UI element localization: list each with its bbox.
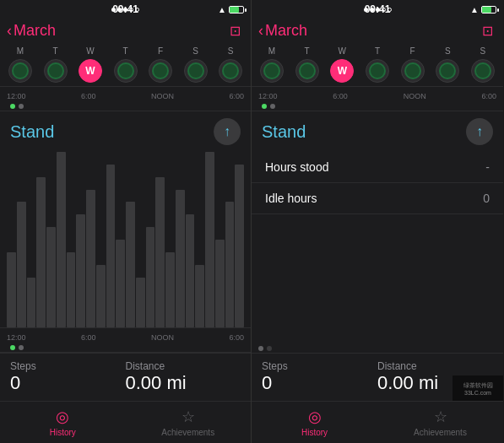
chart-bar: [116, 240, 125, 327]
left-chart-tl-3: NOON: [151, 333, 174, 342]
left-day-circle-fri[interactable]: [149, 59, 172, 83]
right-day-label-f: F: [401, 46, 425, 56]
left-day-label-f: F: [149, 46, 172, 56]
left-steps-stat: Steps 0: [10, 360, 126, 394]
right-status-bar: 09:41 ▲: [252, 0, 503, 19]
right-timeline-labels: 12:00 6:00 NOON 6:00: [258, 92, 496, 100]
left-day-inner-tue: [47, 62, 64, 79]
right-day-inner-thu: [369, 62, 386, 79]
left-distance-stat: Distance 0.00 mi: [126, 360, 241, 394]
chart-bar: [155, 177, 165, 327]
watermark-text: 绿茶软件园33LC.com: [463, 381, 493, 396]
right-achievements-icon: ☆: [434, 408, 447, 426]
left-day-circle-sun[interactable]: [219, 59, 242, 83]
watermark: 绿茶软件园33LC.com: [453, 375, 503, 401]
chart-bar: [27, 278, 36, 327]
left-chart-dot-gray: [19, 345, 24, 350]
right-stand-up-button[interactable]: ↑: [466, 118, 493, 145]
right-history-icon: ◎: [308, 408, 322, 426]
chart-bar: [146, 227, 155, 327]
right-day-labels: M T W T F S S: [258, 46, 496, 56]
right-achievements-label: Achievements: [414, 428, 467, 437]
left-achievements-icon: ☆: [182, 408, 195, 426]
right-day-circle-sun[interactable]: [471, 59, 495, 83]
left-stand-up-button[interactable]: ↑: [214, 118, 241, 145]
left-back-chevron-icon: ‹: [7, 22, 12, 40]
right-day-inner-fri: [404, 62, 421, 79]
chart-bar: [36, 177, 46, 327]
left-chart-tl-labels: 12:00 6:00 NOON 6:00: [7, 333, 244, 342]
left-day-label-t1: T: [44, 46, 68, 56]
left-up-arrow-icon: ↑: [224, 124, 230, 139]
left-achievements-label: Achievements: [161, 428, 214, 437]
chart-bar: [176, 190, 185, 327]
right-day-circle-tue[interactable]: [295, 59, 319, 83]
left-history-label: History: [50, 428, 76, 437]
chart-bar: [235, 165, 244, 327]
left-header: ‹ March ⊡: [0, 19, 251, 43]
left-day-letter-wed: W: [85, 65, 95, 77]
right-day-circle-mon[interactable]: [260, 59, 284, 83]
right-steps-label: Steps: [262, 360, 377, 372]
right-day-label-t1: T: [295, 46, 319, 56]
left-tab-history[interactable]: ◎ History: [0, 408, 126, 437]
chart-bar: [57, 152, 66, 327]
chart-bar: [67, 252, 76, 327]
left-chart-tl-1: 12:00: [7, 333, 26, 342]
right-calendar-icon[interactable]: ⊡: [482, 23, 493, 39]
right-steps-stat: Steps 0: [262, 360, 377, 394]
right-back-button[interactable]: ‹ March: [258, 22, 307, 40]
left-day-label-s2: S: [219, 46, 242, 56]
left-day-circle-sat[interactable]: [184, 59, 208, 83]
right-day-label-s1: S: [436, 46, 459, 56]
left-tab-bar: ◎ History ☆ Achievements: [0, 401, 251, 443]
right-hours-stood-row: Hours stood -: [252, 152, 503, 183]
right-tab-history[interactable]: ◎ History: [252, 408, 377, 437]
chart-bar: [76, 214, 85, 327]
right-day-circles: W: [258, 59, 496, 83]
left-day-inner-mon: [12, 62, 29, 79]
left-day-circle-wed[interactable]: W: [79, 59, 102, 83]
left-day-circle-mon[interactable]: [8, 59, 32, 83]
chart-bar: [86, 190, 95, 327]
right-wifi-icon: ▲: [470, 5, 479, 14]
right-tl-label-3: NOON: [404, 92, 426, 100]
right-day-circle-fri[interactable]: [401, 59, 425, 83]
chart-bar: [136, 278, 145, 327]
right-day-circle-thu[interactable]: [366, 59, 389, 83]
left-timeline-dots: [7, 104, 244, 109]
left-tab-achievements[interactable]: ☆ Achievements: [126, 408, 252, 437]
left-steps-label: Steps: [10, 360, 126, 372]
left-calendar-icon[interactable]: ⊡: [230, 23, 241, 39]
right-day-circle-wed[interactable]: W: [330, 59, 354, 83]
left-stand-title: Stand: [10, 122, 54, 142]
left-chart-area: [0, 152, 251, 327]
right-header: ‹ March ⊡: [252, 19, 503, 43]
left-back-button[interactable]: ‹ March: [7, 22, 56, 40]
left-day-inner-thu: [117, 62, 134, 79]
right-tl-label-4: 6:00: [481, 92, 496, 100]
left-day-circle-thu[interactable]: [114, 59, 138, 83]
right-day-label-t2: T: [366, 46, 389, 56]
right-page-dot-1: [258, 346, 263, 351]
left-tl-dot-green: [10, 104, 15, 109]
right-idle-hours-value: 0: [483, 192, 490, 205]
right-timeline: 12:00 6:00 NOON 6:00: [252, 86, 503, 111]
left-distance-value: 0.00 mi: [126, 372, 241, 394]
right-day-label-m: M: [260, 46, 284, 56]
left-day-circle-tue[interactable]: [44, 59, 68, 83]
chart-bar: [106, 165, 116, 327]
right-battery-fill: [482, 7, 491, 13]
left-chart-bars: [0, 152, 251, 327]
right-day-inner-mon: [263, 62, 280, 79]
left-timeline: 12:00 6:00 NOON 6:00: [0, 86, 251, 111]
left-day-label-m: M: [8, 46, 32, 56]
right-stand-stats: Hours stood - Idle hours 0: [252, 152, 503, 343]
right-day-inner-tue: [299, 62, 316, 79]
right-tab-achievements[interactable]: ☆ Achievements: [377, 408, 503, 437]
right-day-circle-sat[interactable]: [436, 59, 459, 83]
right-day-inner-sun: [474, 62, 491, 79]
right-battery-icon: [481, 6, 496, 14]
right-idle-hours-row: Idle hours 0: [252, 183, 503, 214]
right-header-title: March: [265, 22, 307, 40]
